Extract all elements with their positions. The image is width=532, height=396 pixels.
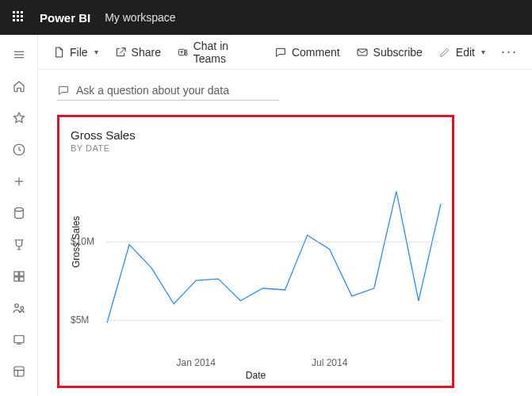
edit-menu[interactable]: Edit▾ (438, 46, 485, 59)
chat-in-teams-button[interactable]: Chat in Teams (177, 40, 258, 65)
learn-icon[interactable] (12, 333, 26, 347)
subscribe-button[interactable]: Subscribe (356, 46, 423, 59)
x-axis-label: Date (246, 370, 266, 381)
chat-bubble-icon (57, 84, 70, 97)
svg-point-12 (20, 307, 23, 310)
chart-tile[interactable]: Gross Sales BY DATE Gross Sales Date $5M… (57, 115, 454, 388)
left-nav-rail (0, 35, 38, 396)
favorite-icon[interactable] (12, 111, 26, 125)
svg-point-19 (185, 49, 186, 51)
share-button[interactable]: Share (114, 46, 161, 59)
svg-rect-10 (19, 277, 23, 281)
app-launcher-icon[interactable] (13, 11, 25, 24)
comment-icon (274, 46, 287, 59)
line-series (107, 163, 441, 351)
share-label: Share (132, 46, 161, 59)
svg-rect-8 (19, 272, 23, 276)
toolbar: File▾ Share Chat in Teams Comment Subscr… (38, 35, 532, 70)
svg-rect-7 (14, 272, 18, 276)
chart-subtitle: BY DATE (71, 143, 441, 153)
subscribe-label: Subscribe (373, 46, 423, 59)
apps-icon[interactable] (12, 269, 26, 284)
shared-icon[interactable] (12, 301, 26, 315)
topbar: Power BI My workspace (0, 0, 532, 35)
svg-rect-20 (358, 49, 367, 55)
datasets-icon[interactable] (12, 206, 26, 220)
svg-rect-9 (14, 277, 18, 281)
x-tick: Jul 2014 (312, 357, 347, 368)
more-options[interactable]: ··· (501, 44, 518, 60)
plot-area: $5M$10MJan 2014Jul 2014 (107, 163, 441, 351)
y-tick: $5M (71, 314, 89, 326)
qna-input[interactable]: Ask a question about your data (57, 84, 279, 101)
chat-label: Chat in Teams (193, 40, 258, 65)
y-tick: $10M (71, 236, 94, 247)
comment-button[interactable]: Comment (274, 46, 340, 59)
file-icon (52, 46, 65, 59)
teams-icon (177, 46, 189, 59)
brand-label: Power BI (40, 11, 90, 25)
svg-rect-15 (14, 367, 24, 376)
x-tick: Jan 2014 (177, 357, 216, 368)
goals-icon[interactable] (12, 238, 26, 252)
mail-icon (356, 46, 369, 59)
workspace-name[interactable]: My workspace (105, 11, 175, 24)
comment-label: Comment (292, 46, 340, 59)
home-icon[interactable] (12, 79, 26, 93)
qna-placeholder: Ask a question about your data (76, 84, 229, 97)
share-icon (114, 46, 127, 59)
file-menu[interactable]: File▾ (52, 46, 98, 59)
pencil-icon (438, 46, 451, 59)
chart-title: Gross Sales (71, 128, 441, 142)
svg-rect-13 (14, 336, 24, 343)
workspaces-icon[interactable] (12, 364, 26, 379)
file-label: File (70, 46, 88, 59)
create-icon[interactable] (12, 174, 26, 188)
svg-point-6 (14, 208, 23, 211)
svg-point-11 (14, 304, 18, 308)
recent-icon[interactable] (12, 143, 26, 157)
menu-icon[interactable] (12, 48, 26, 62)
edit-label: Edit (456, 46, 475, 59)
